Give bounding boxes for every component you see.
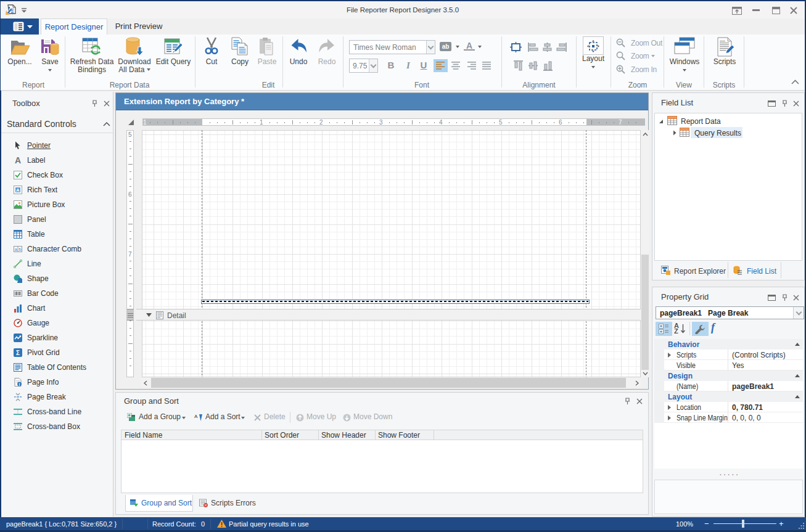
svg-text:i: i bbox=[19, 382, 20, 387]
svg-text:A: A bbox=[16, 187, 20, 193]
svg-text:b: b bbox=[19, 247, 21, 252]
svg-text:a: a bbox=[15, 247, 17, 252]
svg-text:Σ: Σ bbox=[16, 350, 20, 356]
svg-text:A: A bbox=[194, 414, 198, 419]
